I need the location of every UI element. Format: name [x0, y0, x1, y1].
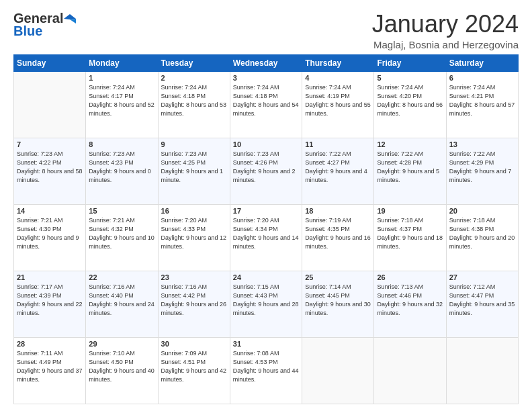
- calendar-cell: 14Sunrise: 7:21 AMSunset: 4:30 PMDayligh…: [14, 204, 86, 271]
- col-tuesday: Tuesday: [158, 54, 230, 71]
- day-number: 31: [233, 340, 299, 348]
- day-number: 15: [89, 207, 154, 215]
- calendar-week-5: 28Sunrise: 7:11 AMSunset: 4:49 PMDayligh…: [14, 337, 519, 404]
- calendar-cell: 2Sunrise: 7:24 AMSunset: 4:18 PMDaylight…: [158, 71, 230, 138]
- day-number: 27: [449, 273, 515, 281]
- calendar: Sunday Monday Tuesday Wednesday Thursday…: [13, 54, 519, 404]
- calendar-cell: 19Sunrise: 7:18 AMSunset: 4:37 PMDayligh…: [374, 204, 446, 271]
- day-info: Sunrise: 7:16 AMSunset: 4:42 PMDaylight:…: [161, 283, 227, 318]
- calendar-cell: 11Sunrise: 7:22 AMSunset: 4:27 PMDayligh…: [302, 138, 374, 204]
- calendar-cell: [14, 71, 86, 138]
- col-sunday: Sunday: [14, 54, 86, 71]
- calendar-cell: 29Sunrise: 7:10 AMSunset: 4:50 PMDayligh…: [86, 337, 158, 404]
- calendar-cell: 28Sunrise: 7:11 AMSunset: 4:49 PMDayligh…: [14, 337, 86, 404]
- calendar-week-3: 14Sunrise: 7:21 AMSunset: 4:30 PMDayligh…: [14, 204, 519, 271]
- col-friday: Friday: [374, 54, 446, 71]
- calendar-cell: 21Sunrise: 7:17 AMSunset: 4:39 PMDayligh…: [14, 271, 86, 337]
- calendar-header-row: Sunday Monday Tuesday Wednesday Thursday…: [14, 54, 519, 71]
- day-number: 26: [377, 273, 443, 281]
- calendar-week-1: 1Sunrise: 7:24 AMSunset: 4:17 PMDaylight…: [14, 71, 519, 138]
- calendar-cell: 3Sunrise: 7:24 AMSunset: 4:18 PMDaylight…: [230, 71, 302, 138]
- calendar-cell: 17Sunrise: 7:20 AMSunset: 4:34 PMDayligh…: [230, 204, 302, 271]
- day-number: 8: [89, 140, 154, 148]
- day-info: Sunrise: 7:22 AMSunset: 4:28 PMDaylight:…: [377, 150, 443, 185]
- calendar-cell: 26Sunrise: 7:13 AMSunset: 4:46 PMDayligh…: [374, 271, 446, 337]
- day-number: 3: [233, 74, 299, 82]
- calendar-cell: 13Sunrise: 7:22 AMSunset: 4:29 PMDayligh…: [446, 138, 518, 204]
- col-monday: Monday: [86, 54, 158, 71]
- day-number: 29: [89, 340, 154, 348]
- day-number: 18: [305, 207, 371, 215]
- day-number: 5: [377, 74, 443, 82]
- day-info: Sunrise: 7:23 AMSunset: 4:25 PMDaylight:…: [161, 150, 227, 185]
- day-info: Sunrise: 7:08 AMSunset: 4:53 PMDaylight:…: [233, 349, 299, 384]
- day-info: Sunrise: 7:24 AMSunset: 4:18 PMDaylight:…: [233, 83, 299, 118]
- day-info: Sunrise: 7:22 AMSunset: 4:27 PMDaylight:…: [305, 150, 371, 185]
- calendar-cell: 31Sunrise: 7:08 AMSunset: 4:53 PMDayligh…: [230, 337, 302, 404]
- calendar-cell: 9Sunrise: 7:23 AMSunset: 4:25 PMDaylight…: [158, 138, 230, 204]
- calendar-cell: 12Sunrise: 7:22 AMSunset: 4:28 PMDayligh…: [374, 138, 446, 204]
- calendar-cell: 1Sunrise: 7:24 AMSunset: 4:17 PMDaylight…: [86, 71, 158, 138]
- calendar-cell: 27Sunrise: 7:12 AMSunset: 4:47 PMDayligh…: [446, 271, 518, 337]
- day-info: Sunrise: 7:09 AMSunset: 4:51 PMDaylight:…: [161, 349, 227, 384]
- calendar-cell: 16Sunrise: 7:20 AMSunset: 4:33 PMDayligh…: [158, 204, 230, 271]
- day-info: Sunrise: 7:17 AMSunset: 4:39 PMDaylight:…: [17, 283, 83, 318]
- day-info: Sunrise: 7:23 AMSunset: 4:26 PMDaylight:…: [233, 150, 299, 185]
- calendar-cell: 4Sunrise: 7:24 AMSunset: 4:19 PMDaylight…: [302, 71, 374, 138]
- logo-blue: Blue: [13, 24, 42, 39]
- day-info: Sunrise: 7:18 AMSunset: 4:37 PMDaylight:…: [377, 216, 443, 251]
- day-number: 11: [305, 140, 371, 148]
- day-info: Sunrise: 7:21 AMSunset: 4:30 PMDaylight:…: [17, 216, 83, 251]
- day-info: Sunrise: 7:14 AMSunset: 4:45 PMDaylight:…: [305, 283, 371, 318]
- day-number: 19: [377, 207, 443, 215]
- day-number: 20: [449, 207, 515, 215]
- calendar-cell: 7Sunrise: 7:23 AMSunset: 4:22 PMDaylight…: [14, 138, 86, 204]
- calendar-week-4: 21Sunrise: 7:17 AMSunset: 4:39 PMDayligh…: [14, 271, 519, 337]
- day-number: 12: [377, 140, 443, 148]
- calendar-cell: 25Sunrise: 7:14 AMSunset: 4:45 PMDayligh…: [302, 271, 374, 337]
- calendar-cell: 22Sunrise: 7:16 AMSunset: 4:40 PMDayligh…: [86, 271, 158, 337]
- day-info: Sunrise: 7:24 AMSunset: 4:17 PMDaylight:…: [89, 83, 154, 118]
- month-title: January 2024: [372, 11, 519, 38]
- day-number: 24: [233, 273, 299, 281]
- day-number: 2: [161, 74, 227, 82]
- calendar-cell: 23Sunrise: 7:16 AMSunset: 4:42 PMDayligh…: [158, 271, 230, 337]
- header: General Blue January 2024 Maglaj, Bosnia…: [13, 11, 519, 50]
- logo-bird-icon: [64, 13, 76, 25]
- calendar-cell: [302, 337, 374, 404]
- calendar-cell: [446, 337, 518, 404]
- day-info: Sunrise: 7:23 AMSunset: 4:23 PMDaylight:…: [89, 150, 154, 185]
- day-number: 17: [233, 207, 299, 215]
- page: General Blue January 2024 Maglaj, Bosnia…: [0, 0, 532, 411]
- calendar-cell: 6Sunrise: 7:24 AMSunset: 4:21 PMDaylight…: [446, 71, 518, 138]
- svg-marker-1: [70, 19, 76, 24]
- calendar-cell: 5Sunrise: 7:24 AMSunset: 4:20 PMDaylight…: [374, 71, 446, 138]
- day-number: 7: [17, 140, 83, 148]
- calendar-cell: 8Sunrise: 7:23 AMSunset: 4:23 PMDaylight…: [86, 138, 158, 204]
- day-info: Sunrise: 7:13 AMSunset: 4:46 PMDaylight:…: [377, 283, 443, 318]
- col-saturday: Saturday: [446, 54, 518, 71]
- day-info: Sunrise: 7:23 AMSunset: 4:22 PMDaylight:…: [17, 150, 83, 185]
- day-number: 22: [89, 273, 154, 281]
- calendar-week-2: 7Sunrise: 7:23 AMSunset: 4:22 PMDaylight…: [14, 138, 519, 204]
- day-number: 13: [449, 140, 515, 148]
- day-number: 21: [17, 273, 83, 281]
- day-number: 10: [233, 140, 299, 148]
- day-info: Sunrise: 7:24 AMSunset: 4:20 PMDaylight:…: [377, 83, 443, 118]
- calendar-cell: 10Sunrise: 7:23 AMSunset: 4:26 PMDayligh…: [230, 138, 302, 204]
- calendar-cell: 20Sunrise: 7:18 AMSunset: 4:38 PMDayligh…: [446, 204, 518, 271]
- day-info: Sunrise: 7:11 AMSunset: 4:49 PMDaylight:…: [17, 349, 83, 384]
- day-number: 16: [161, 207, 227, 215]
- svg-marker-0: [64, 14, 76, 19]
- day-info: Sunrise: 7:20 AMSunset: 4:34 PMDaylight:…: [233, 216, 299, 251]
- col-thursday: Thursday: [302, 54, 374, 71]
- day-number: 6: [449, 74, 515, 82]
- calendar-cell: [374, 337, 446, 404]
- day-info: Sunrise: 7:19 AMSunset: 4:35 PMDaylight:…: [305, 216, 371, 251]
- calendar-cell: 15Sunrise: 7:21 AMSunset: 4:32 PMDayligh…: [86, 204, 158, 271]
- title-block: January 2024 Maglaj, Bosnia and Herzegov…: [372, 11, 519, 50]
- col-wednesday: Wednesday: [230, 54, 302, 71]
- day-info: Sunrise: 7:12 AMSunset: 4:47 PMDaylight:…: [449, 283, 515, 318]
- day-number: 9: [161, 140, 227, 148]
- day-info: Sunrise: 7:16 AMSunset: 4:40 PMDaylight:…: [89, 283, 154, 318]
